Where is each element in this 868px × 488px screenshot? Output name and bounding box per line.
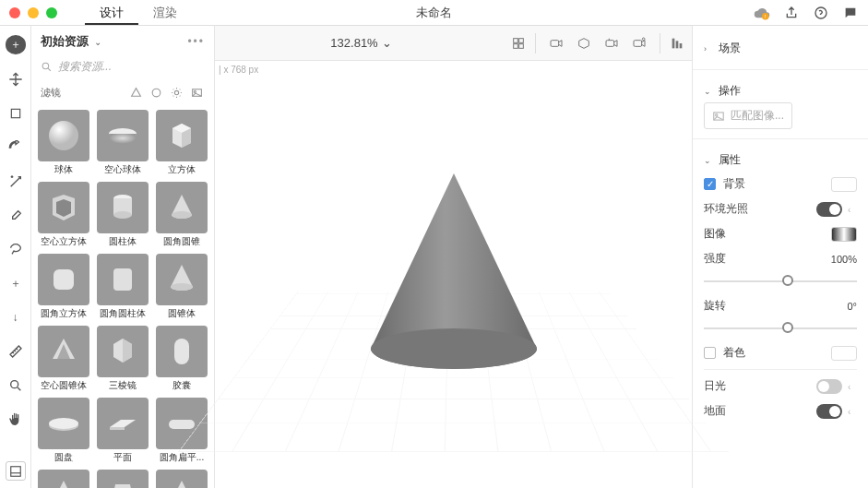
- asset-rounded-cube[interactable]: 圆角立方体: [37, 254, 90, 320]
- ground-toggle[interactable]: [816, 404, 842, 419]
- eyedropper-tool[interactable]: [6, 207, 25, 224]
- prop-sunlight: 日光 ‹: [704, 374, 857, 399]
- asset-label: 圆盘: [54, 451, 73, 464]
- svg-rect-3: [11, 109, 19, 117]
- measure-tool[interactable]: [6, 343, 25, 361]
- assets-menu[interactable]: •••: [187, 35, 205, 48]
- arrow-down-tool[interactable]: ↓: [6, 309, 25, 327]
- grid-toggle-icon[interactable]: [509, 34, 528, 53]
- button-label: 匹配图像...: [731, 108, 784, 124]
- svg-point-6: [42, 63, 49, 69]
- section-scene[interactable]: ›场景: [704, 37, 857, 60]
- zoom-tool[interactable]: [6, 376, 25, 394]
- scene-cone-object[interactable]: [362, 169, 546, 381]
- sunlight-toggle[interactable]: [816, 379, 842, 394]
- close-window[interactable]: [9, 7, 20, 18]
- plus-tool[interactable]: ＋: [6, 275, 25, 292]
- asset-cone[interactable]: 圆锥体: [155, 254, 208, 320]
- asset-sphere[interactable]: 球体: [37, 110, 90, 176]
- background-checkbox[interactable]: ✓: [704, 178, 716, 190]
- asset-prism[interactable]: 三棱镜: [96, 326, 149, 392]
- asset-label: 球体: [54, 163, 73, 176]
- camera-2-icon[interactable]: [575, 34, 593, 53]
- magic-tool[interactable]: [6, 173, 25, 190]
- tab-render[interactable]: 渲染: [138, 0, 192, 25]
- asset-label: 圆角圆柱体: [100, 307, 146, 320]
- asset-partial-3[interactable]: [155, 470, 208, 488]
- asset-cube[interactable]: 立方体: [155, 110, 208, 176]
- svg-rect-32: [672, 38, 675, 48]
- background-color-swatch[interactable]: [831, 177, 857, 192]
- tint-color-swatch[interactable]: [831, 346, 857, 361]
- tab-design[interactable]: 设计: [85, 0, 138, 25]
- maximize-window[interactable]: [46, 7, 57, 18]
- revert-icon[interactable]: ‹: [848, 382, 857, 391]
- env-light-toggle[interactable]: [816, 202, 842, 217]
- asset-search[interactable]: 搜索资源...: [41, 59, 205, 75]
- prop-ground: 地面 ‹: [704, 399, 857, 423]
- hand-tool[interactable]: [6, 411, 25, 428]
- camera-1-icon[interactable]: [547, 34, 565, 53]
- camera-3-icon[interactable]: [602, 34, 621, 53]
- asset-cylinder[interactable]: 圆柱体: [96, 182, 149, 248]
- svg-point-35: [371, 328, 537, 369]
- svg-rect-20: [174, 339, 189, 364]
- rect-tool[interactable]: [6, 105, 25, 123]
- revert-icon[interactable]: ‹: [848, 205, 857, 214]
- filter-light-icon[interactable]: [168, 84, 184, 101]
- section-properties[interactable]: ⌄属性: [704, 149, 857, 172]
- revert-icon[interactable]: ‹: [848, 407, 857, 416]
- tint-checkbox[interactable]: [704, 347, 716, 359]
- viewport[interactable]: | x 768 px: [215, 61, 692, 488]
- svg-point-4: [10, 381, 18, 388]
- lasso-tool[interactable]: [6, 241, 25, 258]
- section-actions[interactable]: ⌄操作: [704, 79, 857, 102]
- asset-grid: 球体 空心球体 立方体 空心立方体 圆柱体 圆角圆锥 圆角立方体 圆角圆柱体 圆…: [31, 106, 214, 488]
- rotation-slider[interactable]: [704, 320, 857, 337]
- panel-toggle[interactable]: [6, 461, 26, 481]
- asset-label: 胶囊: [172, 379, 191, 392]
- svg-point-15: [113, 211, 132, 219]
- help-icon[interactable]: [813, 5, 829, 21]
- asset-plane[interactable]: 平面: [96, 398, 149, 464]
- cloud-status-icon[interactable]: !: [754, 5, 770, 21]
- svg-rect-26: [514, 43, 518, 48]
- asset-label: 圆锥体: [168, 307, 196, 320]
- minimize-window[interactable]: [28, 7, 39, 18]
- prop-label: 环境光照: [704, 201, 816, 217]
- svg-rect-25: [519, 38, 524, 42]
- add-tool[interactable]: ＋: [6, 35, 26, 54]
- zoom-value: 132.81%: [330, 36, 377, 50]
- zoom-control[interactable]: 132.81% ⌄: [330, 36, 391, 50]
- match-image-button[interactable]: 匹配图像...: [704, 102, 792, 129]
- chat-icon[interactable]: [842, 5, 859, 21]
- env-image-swatch[interactable]: [831, 227, 857, 242]
- svg-rect-24: [514, 38, 518, 42]
- asset-disk[interactable]: 圆盘: [37, 398, 90, 464]
- render-settings-icon[interactable]: [668, 34, 686, 53]
- svg-rect-30: [634, 40, 642, 46]
- move-tool[interactable]: [6, 71, 25, 89]
- chevron-down-icon: ⌄: [382, 36, 392, 50]
- asset-label: 圆柱体: [109, 235, 137, 248]
- asset-hollow-cube[interactable]: 空心立方体: [37, 182, 90, 248]
- chevron-down-icon[interactable]: ⌄: [94, 37, 101, 47]
- asset-partial-2[interactable]: [96, 470, 149, 488]
- share-icon[interactable]: [783, 5, 800, 21]
- camera-4-icon[interactable]: [630, 34, 648, 53]
- asset-capsule[interactable]: 胶囊: [155, 326, 208, 392]
- assets-title[interactable]: 初始资源: [41, 33, 89, 50]
- prop-label: 旋转: [704, 298, 847, 314]
- asset-label: 空心立方体: [41, 235, 87, 248]
- titlebar: 设计 渲染 未命名 !: [0, 0, 868, 26]
- rotate-tool[interactable]: [6, 138, 25, 156]
- filter-shape-icon[interactable]: [127, 84, 144, 101]
- intensity-slider[interactable]: [704, 273, 857, 290]
- asset-rounded-cone[interactable]: 圆角圆锥: [155, 182, 208, 248]
- filter-image-icon[interactable]: [188, 84, 205, 101]
- filter-material-icon[interactable]: [148, 84, 164, 101]
- asset-partial-1[interactable]: [37, 470, 90, 488]
- asset-hollow-cone[interactable]: 空心圆锥体: [37, 326, 90, 392]
- asset-hemisphere[interactable]: 空心球体: [96, 110, 149, 176]
- asset-rounded-cylinder[interactable]: 圆角圆柱体: [96, 254, 149, 320]
